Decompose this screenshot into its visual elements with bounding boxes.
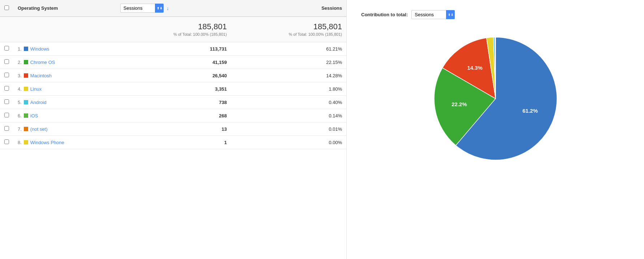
row-number: 3. — [18, 73, 22, 78]
row-number: 1. — [18, 46, 22, 52]
table-section: Operating System Sessions ↓ — [0, 0, 347, 259]
row-number: 6. — [18, 113, 22, 118]
pie-label-2: 14.3% — [467, 65, 483, 71]
table-row: 8. Windows Phone 1 0.00% — [0, 136, 346, 149]
os-cell: 4. Linux — [13, 82, 116, 96]
row-checkbox-cell[interactable] — [0, 69, 13, 82]
os-name-link[interactable]: Macintosh — [30, 73, 52, 78]
table-row: 6. iOS 268 0.14% — [0, 109, 346, 122]
summary-sessions-pct2: % of Total: 100.00% (185,801) — [289, 32, 342, 36]
sessions-value: 1 — [116, 136, 231, 149]
summary-sessions-pct: % of Total: 100.00% (185,801) — [173, 32, 227, 36]
row-checkbox[interactable] — [4, 113, 9, 117]
os-color-dot — [24, 47, 28, 51]
row-number: 7. — [18, 126, 22, 132]
os-cell: 7. (not set) — [13, 122, 116, 136]
row-checkbox-cell[interactable] — [0, 122, 13, 136]
pie-chart-container: 61.2%22.2%14.3% — [427, 30, 564, 167]
row-number: 2. — [18, 60, 22, 65]
os-color-dot — [24, 140, 28, 144]
pct-value: 14.28% — [231, 69, 346, 82]
os-color-dot — [24, 87, 28, 91]
metric-column-header: Sessions ↓ — [116, 0, 231, 17]
os-cell: 3. Macintosh — [13, 69, 116, 82]
pct-value: 1.80% — [231, 82, 346, 96]
os-name-link[interactable]: (not set) — [30, 126, 48, 132]
os-cell: 6. iOS — [13, 109, 116, 122]
os-name-link[interactable]: Linux — [30, 86, 42, 92]
os-name-link[interactable]: Android — [30, 100, 47, 105]
os-color-dot — [24, 60, 28, 64]
sessions-value: 113,731 — [116, 42, 231, 56]
sessions-col-label: Sessions — [321, 5, 342, 11]
os-color-dot — [24, 100, 28, 104]
contribution-select-wrapper[interactable]: Sessions — [411, 10, 455, 19]
row-checkbox[interactable] — [4, 86, 9, 91]
table-row: 1. Windows 113,731 61.21% — [0, 42, 346, 56]
row-checkbox-cell[interactable] — [0, 136, 13, 149]
row-number: 8. — [18, 140, 22, 145]
os-cell: 1. Windows — [13, 42, 116, 56]
sessions-value: 26,540 — [116, 69, 231, 82]
os-name-link[interactable]: Chrome OS — [30, 60, 55, 65]
metric-select[interactable]: Sessions — [120, 4, 164, 13]
sessions-value: 41,159 — [116, 56, 231, 69]
chart-header: Contribution to total: Sessions — [361, 7, 455, 19]
row-checkbox-cell[interactable] — [0, 42, 13, 56]
pie-label-0: 61.2% — [522, 108, 538, 114]
row-number: 4. — [18, 86, 22, 92]
chart-section: Contribution to total: Sessions 61.2%22.… — [347, 0, 644, 259]
row-checkbox-cell[interactable] — [0, 56, 13, 69]
row-checkbox[interactable] — [4, 73, 9, 77]
table-row: 2. Chrome OS 41,159 22.15% — [0, 56, 346, 69]
row-checkbox[interactable] — [4, 126, 9, 131]
os-color-dot — [24, 127, 28, 131]
row-checkbox[interactable] — [4, 99, 9, 104]
pct-value: 0.40% — [231, 96, 346, 109]
pie-chart-svg: 61.2%22.2%14.3% — [427, 30, 564, 167]
os-cell: 8. Windows Phone — [13, 136, 116, 149]
table-row: 7. (not set) 13 0.01% — [0, 122, 346, 136]
os-color-dot — [24, 113, 28, 118]
os-name-link[interactable]: iOS — [30, 113, 38, 118]
os-cell: 2. Chrome OS — [13, 56, 116, 69]
row-checkbox[interactable] — [4, 139, 9, 144]
row-checkbox-cell[interactable] — [0, 96, 13, 109]
pct-value: 0.01% — [231, 122, 346, 136]
sessions-value: 268 — [116, 109, 231, 122]
sessions-value: 738 — [116, 96, 231, 109]
sessions-value: 3,351 — [116, 82, 231, 96]
summary-sessions-value: 185,801 — [120, 22, 227, 31]
contribution-select[interactable]: Sessions — [411, 10, 455, 19]
metric-select-wrapper[interactable]: Sessions — [120, 4, 164, 13]
os-col-label: Operating System — [18, 5, 58, 11]
select-all-checkbox[interactable] — [0, 0, 13, 17]
table-row: 3. Macintosh 26,540 14.28% — [0, 69, 346, 82]
pie-chart-wrapper: 61.2%22.2%14.3% — [361, 30, 630, 167]
row-checkbox[interactable] — [4, 46, 9, 51]
os-name-link[interactable]: Windows Phone — [30, 140, 64, 145]
summary-row: 185,801 % of Total: 100.00% (185,801) 18… — [0, 17, 346, 42]
os-color-dot — [24, 73, 28, 78]
sessions-column-header: Sessions — [231, 0, 346, 17]
header-checkbox[interactable] — [4, 5, 9, 10]
os-column-header: Operating System — [13, 0, 116, 17]
row-checkbox-cell[interactable] — [0, 82, 13, 96]
os-cell: 5. Android — [13, 96, 116, 109]
pct-value: 22.15% — [231, 56, 346, 69]
pie-label-1: 22.2% — [451, 101, 467, 107]
contribution-label: Contribution to total: — [361, 12, 408, 17]
row-checkbox-cell[interactable] — [0, 109, 13, 122]
os-name-link[interactable]: Windows — [30, 46, 49, 52]
pct-value: 0.14% — [231, 109, 346, 122]
table-row: 5. Android 738 0.40% — [0, 96, 346, 109]
sessions-value: 13 — [116, 122, 231, 136]
table-row: 4. Linux 3,351 1.80% — [0, 82, 346, 96]
pct-value: 0.00% — [231, 136, 346, 149]
row-checkbox[interactable] — [4, 59, 9, 64]
summary-sessions-value2: 185,801 — [235, 22, 342, 31]
pct-value: 61.21% — [231, 42, 346, 56]
row-number: 5. — [18, 100, 22, 105]
sort-icon[interactable]: ↓ — [167, 5, 169, 11]
